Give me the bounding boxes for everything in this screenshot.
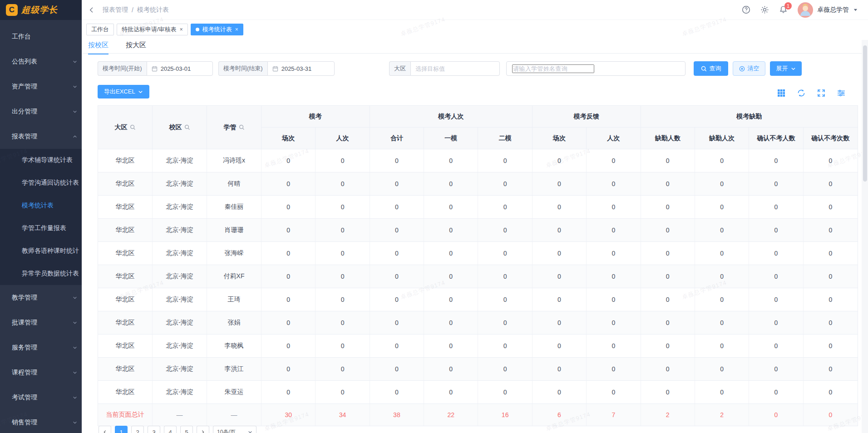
chevron-down-icon [138, 89, 143, 94]
column-header-mock-exam-feedback-1: 人次 [587, 128, 641, 149]
tab-mock-exam-stats[interactable]: 模考统计表× [191, 24, 243, 35]
page-button-4[interactable]: 4 [164, 426, 177, 433]
clear-button[interactable]: 清空 [733, 61, 765, 76]
cell-manager: 冯诗瑶x [207, 149, 261, 172]
tab-special-approval[interactable]: 特批达标申请/审核表× [117, 24, 188, 35]
sidebar-item-exam[interactable]: 考试管理 [0, 385, 82, 410]
cell-campus: 北京-海淀 [153, 265, 207, 288]
scrollbar-thumb[interactable] [863, 45, 867, 182]
breadcrumb-parent[interactable]: 报表管理 [103, 6, 128, 14]
region-select[interactable] [410, 61, 500, 76]
export-excel-button[interactable]: 导出EXCEL [98, 85, 149, 98]
cell-value: 0 [370, 381, 424, 403]
sidebar-item-abnormal-student-stats[interactable]: 异常学员数据统计表 [0, 262, 82, 285]
cell-campus: 北京-海淀 [153, 358, 207, 380]
manager-name-search-input[interactable] [506, 61, 686, 76]
refresh-icon[interactable] [797, 89, 805, 97]
cell-value: 0 [316, 172, 370, 195]
brand-logo[interactable]: C 超级学长 [0, 0, 82, 20]
sidebar-item-announcements[interactable]: 公告列表 [0, 49, 82, 74]
column-group-mock-exam-absence: 模考缺勤 [641, 106, 858, 128]
cell-value: 0 [478, 265, 532, 288]
end-date-input[interactable] [267, 61, 335, 76]
cell-value: 0 [261, 335, 316, 357]
page-button-1[interactable]: 1 [115, 426, 128, 433]
cell-value: 0 [587, 288, 641, 311]
tab-workbench[interactable]: 工作台 [86, 24, 114, 35]
cell-value: 0 [316, 311, 370, 334]
totals-label: 当前页面总计 [98, 404, 153, 426]
totals-campus: — [207, 404, 261, 426]
column-header-mock-exam-0: 场次 [261, 128, 316, 149]
sidebar-item-course[interactable]: 课程管理 [0, 360, 82, 385]
sidebar-item-score-release[interactable]: 出分管理 [0, 99, 82, 124]
chevron-down-icon [73, 84, 77, 89]
page-button-2[interactable]: 2 [131, 426, 144, 433]
grid-density-icon[interactable] [777, 89, 785, 97]
next-page-button[interactable] [197, 426, 209, 433]
subtab-by-region[interactable]: 按大区 [126, 41, 146, 54]
expand-filters-button[interactable]: 展开 [770, 61, 802, 76]
calendar-icon [272, 66, 278, 72]
cell-value: 0 [478, 335, 532, 357]
help-icon[interactable] [742, 5, 750, 14]
sidebar-item-sales[interactable]: 销售管理 [0, 410, 82, 433]
search-icon[interactable] [184, 124, 190, 130]
sidebar-item-label: 报表管理 [12, 133, 37, 141]
settings-gear-icon[interactable] [760, 5, 769, 14]
column-header-campus[interactable]: 校区 [153, 106, 207, 149]
tab-label: 模考统计表 [202, 25, 232, 34]
notifications-bell-icon[interactable]: 1 [779, 5, 788, 14]
mock-exam-stats-table: 大区校区学管模考场次人次模考人次合计一模二模模考反馈场次人次模考缺勤缺勤人数缺勤… [98, 105, 858, 426]
page-button-5[interactable]: 5 [180, 426, 193, 433]
cell-value: 0 [316, 242, 370, 265]
column-header-region[interactable]: 大区 [98, 106, 153, 149]
cell-value: 0 [316, 265, 370, 288]
tab-label: 特批达标申请/审核表 [122, 25, 177, 34]
cell-value: 0 [478, 172, 532, 195]
fullscreen-icon[interactable] [817, 89, 825, 97]
chevron-down-icon [248, 430, 252, 433]
search-icon[interactable] [239, 124, 245, 130]
cell-value: 0 [533, 288, 587, 311]
search-icon[interactable] [130, 124, 136, 130]
start-date-input[interactable] [147, 61, 213, 76]
sidebar-item-workbench[interactable]: 工作台 [0, 24, 82, 49]
sidebar-item-reports[interactable]: 报表管理 [0, 124, 82, 149]
close-tab-icon[interactable]: × [235, 26, 238, 33]
subtab-by-campus[interactable]: 按校区 [88, 41, 108, 54]
cell-manager: 李洪江 [207, 358, 261, 380]
sidebar-item-teacher-language-hours[interactable]: 教师各语种课时统计 [0, 240, 82, 262]
cell-region: 华北区 [98, 219, 153, 241]
cell-value: 0 [370, 358, 424, 380]
sidebar-item-mock-exam-stats[interactable]: 模考统计表 [0, 194, 82, 217]
cell-value: 0 [641, 219, 695, 241]
prev-page-button[interactable] [99, 426, 111, 433]
sidebar-item-teaching[interactable]: 教学管理 [0, 285, 82, 310]
table-row: 华北区北京-海淀李晓枫00000000000 [98, 335, 858, 358]
sidebar-item-manager-callback-stats[interactable]: 学管沟通回访统计表 [0, 172, 82, 194]
cell-value: 0 [695, 219, 749, 241]
column-settings-icon[interactable] [837, 89, 845, 97]
sidebar-item-label: 工作台 [12, 33, 31, 41]
cell-value: 0 [261, 381, 316, 403]
cell-value: 0 [316, 196, 370, 218]
page-button-3[interactable]: 3 [148, 426, 160, 433]
cell-value: 0 [261, 196, 316, 218]
close-tab-icon[interactable]: × [180, 26, 183, 33]
search-button[interactable]: 查询 [694, 61, 728, 76]
cell-value: 0 [424, 358, 478, 380]
notification-badge: 1 [784, 2, 792, 10]
cell-value: 0 [804, 172, 858, 195]
sidebar-item-academic-course-stats[interactable]: 学术辅导课统计表 [0, 149, 82, 172]
user-menu[interactable]: 卓薇总学管 [798, 2, 858, 18]
sidebar-item-lesson-approval[interactable]: 批课管理 [0, 310, 82, 335]
back-icon[interactable] [88, 6, 95, 14]
sidebar-item-manager-workload[interactable]: 学管工作量报表 [0, 217, 82, 240]
page-size-select[interactable]: 10条/页 [213, 426, 256, 433]
column-header-manager[interactable]: 学管 [207, 106, 261, 149]
cell-value: 0 [587, 358, 641, 380]
sidebar-item-service[interactable]: 服务管理 [0, 335, 82, 360]
cell-campus: 北京-海淀 [153, 242, 207, 265]
sidebar-item-assets[interactable]: 资产管理 [0, 74, 82, 99]
